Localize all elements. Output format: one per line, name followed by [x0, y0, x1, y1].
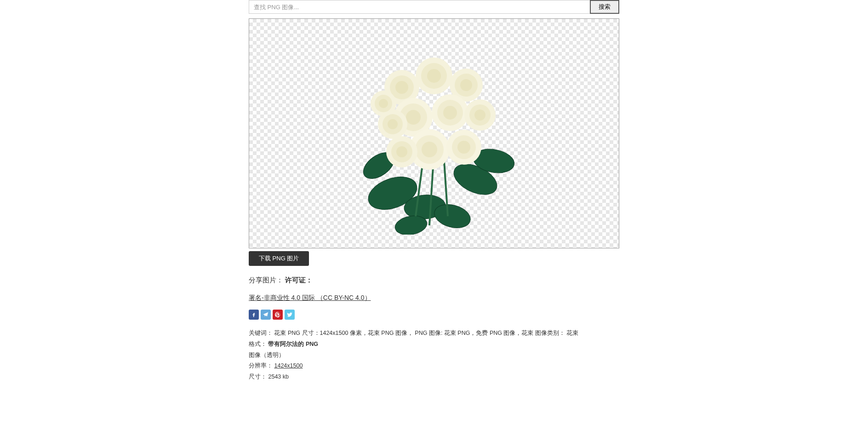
- category-link[interactable]: 花束: [566, 330, 578, 336]
- flower-image: [333, 32, 535, 235]
- svg-point-39: [379, 99, 388, 108]
- facebook-icon[interactable]: [249, 310, 259, 320]
- svg-point-9: [395, 81, 408, 94]
- size-value: 2543 kb: [268, 374, 288, 380]
- meta-info: 关键词： 花束 PNG 尺寸：1424x1500 像素，花束 PNG 图像， P…: [249, 328, 619, 383]
- svg-point-24: [474, 109, 485, 121]
- format-label: 格式：: [249, 341, 267, 347]
- keywords-value: 花束 PNG 尺寸：1424x1500 像素，花束 PNG 图像， PNG 图像…: [274, 330, 566, 336]
- pinterest-icon[interactable]: [273, 310, 283, 320]
- license-link[interactable]: 署名-非商业性 4.0 国际 （CC BY-NC 4.0）: [249, 294, 371, 302]
- svg-point-12: [427, 69, 441, 83]
- twitter-icon[interactable]: [285, 310, 295, 320]
- search-row: 搜索: [249, 0, 619, 14]
- image-type: 图像（透明）: [249, 352, 285, 358]
- svg-point-21: [443, 106, 457, 120]
- keywords-label: 关键词：: [249, 330, 273, 336]
- svg-point-27: [388, 119, 398, 129]
- social-row: [249, 310, 619, 320]
- resolution-label: 分辨率：: [249, 362, 273, 369]
- telegram-icon[interactable]: [261, 310, 271, 320]
- format-value: 带有阿尔法的 PNG: [268, 341, 318, 347]
- svg-point-15: [460, 79, 472, 91]
- svg-point-30: [422, 142, 437, 157]
- search-input[interactable]: [249, 0, 590, 14]
- svg-point-18: [406, 110, 421, 125]
- svg-point-33: [457, 141, 470, 154]
- share-label: 分享图片：: [249, 276, 283, 284]
- image-preview-box[interactable]: [249, 18, 619, 248]
- license-title: 许可证：: [285, 276, 313, 284]
- search-button[interactable]: 搜索: [590, 0, 619, 14]
- download-button[interactable]: 下载 PNG 图片: [249, 251, 309, 266]
- size-label: 尺寸：: [249, 374, 267, 380]
- resolution-link[interactable]: 1424x1500: [274, 362, 303, 369]
- svg-point-36: [396, 146, 407, 157]
- share-license-row: 分享图片： 许可证：: [249, 276, 619, 285]
